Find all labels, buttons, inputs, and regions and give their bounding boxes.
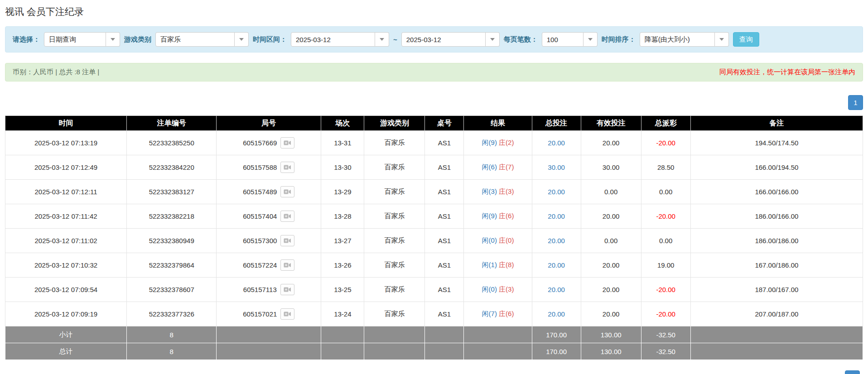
video-replay-button[interactable] <box>280 162 294 173</box>
table-row: 2025-03-12 07:10:32 522332379864 6051572… <box>5 253 863 278</box>
video-replay-button[interactable] <box>280 259 294 271</box>
video-replay-button[interactable] <box>280 308 294 320</box>
round-number: 605157489 <box>243 188 277 196</box>
table-body: 2025-03-12 07:13:19 522332385250 6051576… <box>5 131 863 326</box>
result-banker: 庄(7) <box>499 163 514 171</box>
sort-dropdown-button[interactable] <box>715 32 729 47</box>
per-page-select[interactable] <box>542 32 598 47</box>
header-game: 游戏类别 <box>364 116 425 131</box>
query-type-input[interactable] <box>44 32 106 47</box>
cell-bet-id: 522332380949 <box>127 229 217 253</box>
total-bet-link[interactable]: 20.00 <box>548 212 565 220</box>
video-replay-icon <box>284 311 291 317</box>
header-total-bet: 总投注 <box>532 116 581 131</box>
result-banker: 庄(3) <box>499 187 514 195</box>
date-from-dropdown-button[interactable] <box>375 32 389 47</box>
game-category-input[interactable] <box>155 32 235 47</box>
per-page-dropdown-button[interactable] <box>583 32 598 47</box>
cell-game: 百家乐 <box>364 155 425 180</box>
total-bet-link[interactable]: 20.00 <box>548 237 565 245</box>
date-to-dropdown-button[interactable] <box>486 32 500 47</box>
cell-total-bet: 20.00 <box>532 302 581 326</box>
cell-remark: 186.00/166.00 <box>690 204 863 229</box>
result-player: 闲(9) <box>482 139 497 146</box>
video-replay-button[interactable] <box>280 235 294 246</box>
video-replay-button[interactable] <box>280 186 294 197</box>
cell-table-no: AS1 <box>425 302 464 326</box>
cell-remark: 166.00/166.00 <box>690 180 863 204</box>
cell-payout: -20.00 <box>641 302 690 326</box>
video-replay-icon <box>284 164 291 170</box>
video-replay-icon <box>284 213 291 219</box>
sort-input[interactable] <box>640 32 715 47</box>
total-bet-link[interactable]: 20.00 <box>548 310 565 318</box>
video-replay-button[interactable] <box>280 137 294 149</box>
footer-valid-bet: 130.00 <box>581 326 641 343</box>
cell-result: 闲(9) 庄(2) <box>464 131 532 155</box>
total-bet-link[interactable]: 20.00 <box>548 286 565 293</box>
header-round: 局号 <box>217 116 321 131</box>
cell-bet-id: 522332382218 <box>127 204 217 229</box>
result-banker: 庄(2) <box>499 139 514 146</box>
cell-bet-id: 522332385250 <box>127 131 217 155</box>
cell-payout: -20.00 <box>641 131 690 155</box>
cell-time: 2025-03-12 07:12:11 <box>5 180 127 204</box>
query-type-dropdown-button[interactable] <box>106 32 120 47</box>
cell-round: 605157021 <box>217 302 321 326</box>
video-replay-button[interactable] <box>280 284 294 295</box>
video-replay-button[interactable] <box>280 211 294 222</box>
cell-payout: 28.50 <box>641 155 690 180</box>
page-1-button-bottom[interactable]: 1 <box>845 370 860 374</box>
date-from-input[interactable] <box>291 32 375 47</box>
page-1-button[interactable]: 1 <box>848 95 863 110</box>
table-row: 2025-03-12 07:12:11 522332383127 6051574… <box>5 180 863 204</box>
cell-table-no: AS1 <box>425 155 464 180</box>
footer-label: 总计 <box>5 343 127 360</box>
round-number: 605157669 <box>243 139 277 147</box>
cell-remark: 187.00/167.00 <box>690 278 863 302</box>
result-banker: 庄(6) <box>499 310 514 317</box>
date-from-picker[interactable] <box>291 32 389 47</box>
cell-game: 百家乐 <box>364 278 425 302</box>
total-bet-link[interactable]: 20.00 <box>548 261 565 269</box>
cell-session: 13-28 <box>321 204 364 229</box>
per-page-input[interactable] <box>542 32 583 47</box>
round-number: 605157300 <box>243 237 277 245</box>
page-title: 视讯 会员下注纪录 <box>5 5 863 18</box>
table-row: 2025-03-12 07:11:02 522332380949 6051573… <box>5 229 863 253</box>
per-page-label: 每页笔数： <box>504 35 538 44</box>
total-bet-link[interactable]: 20.00 <box>548 188 565 196</box>
total-bet-link[interactable]: 20.00 <box>548 139 565 147</box>
cell-session: 13-31 <box>321 131 364 155</box>
footer-count: 8 <box>127 326 217 343</box>
date-to-picker[interactable] <box>401 32 500 47</box>
cell-remark: 167.00/186.00 <box>690 253 863 278</box>
video-replay-icon <box>284 287 291 292</box>
query-type-select[interactable] <box>44 32 120 47</box>
game-category-dropdown-button[interactable] <box>235 32 249 47</box>
page-container: 视讯 会员下注纪录 请选择： 游戏类别 时间区间： ~ 每页笔数： 时间排序： <box>5 0 863 360</box>
total-bet-link[interactable]: 30.00 <box>548 163 565 171</box>
cell-bet-id: 522332384220 <box>127 155 217 180</box>
header-time: 时间 <box>5 116 127 131</box>
result-player: 闲(3) <box>482 187 497 195</box>
cell-remark: 194.50/174.50 <box>690 131 863 155</box>
query-button[interactable]: 查询 <box>733 32 759 47</box>
date-to-input[interactable] <box>401 32 486 47</box>
result-player: 闲(0) <box>482 285 497 293</box>
cell-valid-bet: 20.00 <box>581 131 641 155</box>
table-footer: 小计 8 170.00 130.00 -32.50 总计 8 170.00 13… <box>5 326 863 360</box>
sort-select[interactable] <box>640 32 729 47</box>
select-label: 请选择： <box>13 35 40 44</box>
cell-round: 605157588 <box>217 155 321 180</box>
header-payout: 总派彩 <box>641 116 690 131</box>
result-player: 闲(7) <box>482 310 497 317</box>
cell-valid-bet: 20.00 <box>581 253 641 278</box>
cell-remark: 166.00/194.50 <box>690 155 863 180</box>
game-category-select[interactable] <box>155 32 249 47</box>
video-replay-icon <box>284 262 291 268</box>
video-replay-icon <box>284 238 291 244</box>
round-number: 605157224 <box>243 261 277 269</box>
round-number: 605157021 <box>243 310 277 318</box>
sort-label: 时间排序： <box>602 35 636 44</box>
